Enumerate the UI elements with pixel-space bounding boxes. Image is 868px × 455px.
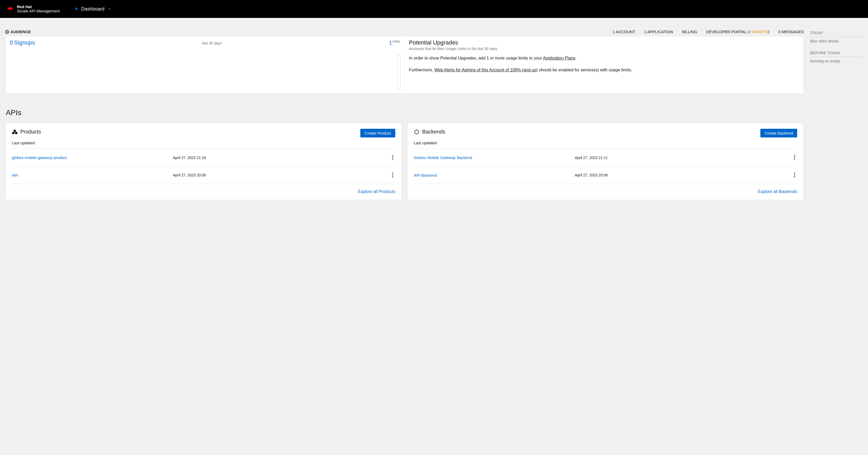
backends-last-updated-label: Last updated — [414, 141, 797, 145]
table-row: globex-mobile-gateway-product April 27, … — [12, 149, 395, 167]
upgrades-subtitle: Accounts that hit their Usage Limits in … — [409, 47, 800, 51]
nav-applications[interactable]: 1 APPLICATION — [644, 30, 673, 34]
card-backends: Backends Create Backend Last updated Glo… — [407, 123, 804, 200]
masthead: Red Hat 3scale API Management Dashboard — [0, 0, 868, 18]
audience-bar: AUDIENCE 1 ACCOUNT 1 APPLICATION BILLING… — [5, 18, 804, 37]
products-title: Products — [20, 129, 41, 135]
nav-messages[interactable]: 0 MESSAGES — [778, 30, 804, 34]
card-signups: 0Signups last 30 days 1today — [5, 37, 405, 93]
signups-label: Signups — [14, 39, 35, 46]
product-timestamp: April 27, 2023 20:06 — [173, 173, 390, 177]
brand-top: Red Hat — [17, 5, 60, 9]
products-last-updated-label: Last updated — [12, 141, 395, 145]
overview-cards: 0Signups last 30 days 1today Potential U… — [5, 37, 804, 94]
sidebar-today-heading: TODAY — [810, 31, 863, 37]
backends-title: Backends — [422, 129, 445, 135]
backend-timestamp: April 27, 2023 20:06 — [575, 173, 792, 177]
product-link[interactable]: globex-mobile-gateway-product — [12, 155, 173, 160]
explore-backends-link[interactable]: Explore all Backends — [758, 189, 797, 194]
audience-label-text: AUDIENCE — [10, 30, 31, 34]
cube-icon — [414, 129, 420, 135]
create-backend-button[interactable]: Create Backend — [761, 129, 797, 138]
signups-title[interactable]: 0Signups — [10, 39, 35, 46]
backend-link[interactable]: Globex Mobile Gateway Backend — [414, 155, 575, 160]
signups-sparkline[interactable] — [397, 55, 400, 89]
home-icon — [74, 7, 78, 11]
context-label: Dashboard — [81, 6, 104, 12]
target-icon — [5, 30, 9, 34]
sidebar-today-msg: Blue skies ahead... — [810, 39, 863, 43]
brand-bottom: 3scale API Management — [17, 9, 60, 13]
card-potential-upgrades: Potential Upgrades Accounts that hit the… — [405, 37, 804, 93]
api-grid: Products Create Product Last updated glo… — [5, 123, 804, 200]
upgrades-p2: Furthermore, Web Alerts for Admins of th… — [409, 67, 800, 73]
upgrades-title: Potential Upgrades — [409, 39, 800, 46]
cubes-icon — [12, 129, 18, 135]
activity-sidebar: TODAY Blue skies ahead... BEFORE TODAY R… — [810, 18, 863, 200]
card-products: Products Create Product Last updated glo… — [5, 123, 402, 200]
backend-link[interactable]: API Backend — [414, 173, 575, 178]
table-row: API Backend April 27, 2023 20:06 ••• — [414, 167, 797, 184]
signups-today: 1today — [389, 39, 400, 46]
audience-nav: 1 ACCOUNT 1 APPLICATION BILLING DEVELOPE… — [613, 30, 804, 34]
signups-range: last 30 days — [202, 41, 222, 45]
apis-heading: APIs — [6, 109, 804, 117]
table-row: API April 27, 2023 20:06 ••• — [12, 167, 395, 184]
explore-products-link[interactable]: Explore all Products — [358, 189, 395, 194]
brand[interactable]: Red Hat 3scale API Management — [6, 5, 60, 13]
redhat-logo-icon — [6, 6, 14, 11]
context-selector[interactable]: Dashboard — [74, 6, 111, 12]
audience-label: AUDIENCE — [5, 30, 31, 34]
product-timestamp: April 27, 2023 21:18 — [173, 156, 390, 160]
kebab-icon[interactable]: ••• — [390, 155, 395, 161]
link-web-alerts[interactable]: Web Alerts for Admins of this Account of… — [434, 68, 538, 72]
sidebar-before-msg: Running on empty. — [810, 59, 863, 63]
product-link[interactable]: API — [12, 173, 173, 178]
signups-count: 0 — [10, 39, 13, 46]
nav-devportal[interactable]: DEVELOPER PORTAL (0 DRAFTS) — [706, 30, 770, 34]
link-application-plans[interactable]: Application Plans — [543, 56, 575, 60]
table-row: Globex Mobile Gateway Backend April 27, … — [414, 149, 797, 167]
upgrades-p1: In order to show Potential Upgrades, add… — [409, 55, 800, 61]
kebab-icon[interactable]: ••• — [792, 173, 797, 178]
drafts-count: 0 DRAFTS — [749, 30, 768, 34]
backend-timestamp: April 27, 2023 21:11 — [575, 156, 792, 160]
create-product-button[interactable]: Create Product — [360, 129, 395, 138]
nav-accounts[interactable]: 1 ACCOUNT — [613, 30, 636, 34]
chevron-down-icon — [107, 7, 111, 11]
sidebar-before-heading: BEFORE TODAY — [810, 51, 863, 57]
kebab-icon[interactable]: ••• — [390, 173, 395, 178]
kebab-icon[interactable]: ••• — [792, 155, 797, 161]
nav-billing[interactable]: BILLING — [682, 30, 697, 34]
